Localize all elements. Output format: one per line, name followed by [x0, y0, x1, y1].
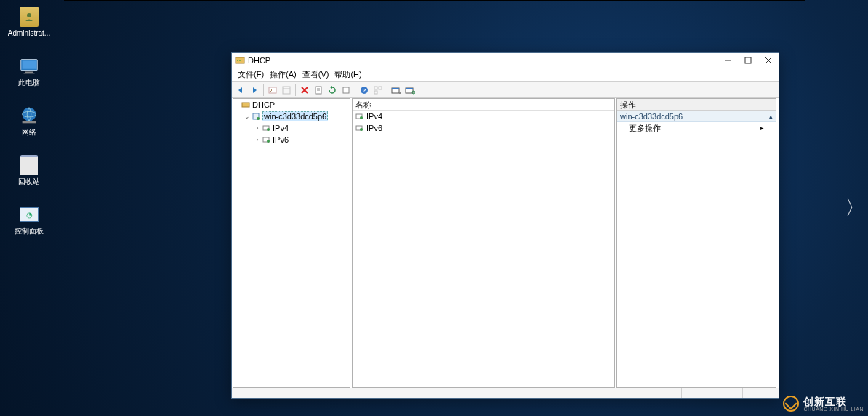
desktop-icon-controlpanel[interactable]: ◔ 控制面板 [0, 202, 58, 236]
dhcp-window: DHCP 文件(F) 操作(A) 查看(V) 帮助(H) ? [231, 52, 779, 399]
menu-help[interactable]: 帮助(H) [331, 68, 364, 81]
svg-rect-4 [24, 73, 35, 73]
network-icon [17, 103, 41, 128]
toolbar-separator [295, 84, 296, 96]
ipv6-icon [261, 135, 271, 145]
window-title: DHCP [248, 56, 270, 65]
scope-button-2[interactable] [403, 84, 417, 97]
menu-action[interactable]: 操作(A) [267, 68, 300, 81]
toolbar-separator [387, 84, 387, 96]
ipv4-icon [261, 123, 271, 133]
svg-point-0 [27, 13, 31, 17]
content-area: DHCP ⌄ win-c3d33dcd5p6 › IPv4 › IPv6 名称 [232, 98, 779, 388]
watermark-subtitle: CHUANG XIN HU LIAN [803, 407, 864, 412]
delete-button[interactable] [298, 84, 311, 97]
control-panel-icon: ◔ [17, 202, 41, 227]
svg-point-45 [360, 128, 363, 131]
tree-panel[interactable]: DHCP ⌄ win-c3d33dcd5p6 › IPv4 › IPv6 [233, 98, 350, 388]
svg-rect-28 [374, 91, 377, 94]
desktop-icon-label: 此电脑 [18, 79, 40, 87]
toolbar: ? [232, 82, 779, 98]
desktop-icon-network[interactable]: 网络 [0, 103, 58, 137]
chevron-right-icon: ▸ [760, 124, 764, 132]
list-panel[interactable]: 名称 IPv4 IPv6 [352, 98, 615, 388]
titlebar[interactable]: DHCP [232, 53, 779, 68]
desktop-icon-recyclebin[interactable]: 回收站 [0, 153, 58, 186]
dhcp-app-icon [235, 55, 245, 65]
scope-button-1[interactable] [390, 84, 403, 97]
svg-point-41 [267, 140, 270, 143]
watermark-title: 创新互联 [803, 396, 864, 407]
svg-rect-16 [283, 87, 290, 94]
actions-group[interactable]: win-c3d33dcd5p6 ▴ [617, 111, 776, 122]
actions-header: 操作 [617, 99, 776, 111]
recycle-bin-icon [17, 153, 41, 177]
tree-node-server[interactable]: ⌄ win-c3d33dcd5p6 [233, 111, 350, 122]
server-icon [251, 111, 261, 121]
actions-more[interactable]: 更多操作 ▸ [617, 122, 776, 134]
svg-point-5 [23, 108, 36, 121]
minimize-button[interactable] [718, 53, 738, 68]
watermark-logo-icon [783, 396, 799, 412]
tree-node-dhcp[interactable]: DHCP [233, 99, 350, 111]
tree-node-label: IPv4 [273, 124, 289, 132]
computer-icon [17, 54, 41, 79]
statusbar [232, 388, 779, 398]
properties-button[interactable] [312, 84, 325, 97]
top-black-bar [64, 0, 805, 1]
tree-node-ipv4[interactable]: › IPv4 [233, 122, 350, 134]
tree-node-label: win-c3d33dcd5p6 [262, 111, 328, 121]
svg-point-43 [360, 116, 363, 119]
maximize-button[interactable] [738, 53, 758, 68]
svg-rect-27 [379, 87, 382, 89]
refresh-button[interactable] [326, 84, 339, 97]
ipv4-icon [354, 111, 364, 121]
statusbar-cell [682, 388, 742, 398]
svg-rect-33 [406, 88, 413, 89]
actions-group-label: win-c3d33dcd5p6 [620, 112, 683, 121]
expand-icon[interactable]: › [254, 136, 261, 143]
tree-node-label: IPv6 [273, 135, 289, 144]
forward-button[interactable] [248, 84, 261, 97]
tile-button [371, 84, 385, 97]
svg-rect-31 [399, 92, 401, 94]
list-header[interactable]: 名称 [353, 99, 614, 111]
desktop-icon-label: Administrat... [8, 29, 50, 38]
close-button[interactable] [758, 53, 779, 68]
svg-text:?: ? [363, 87, 366, 94]
chevron-up-icon[interactable]: ▴ [769, 113, 773, 120]
svg-rect-7 [23, 121, 36, 124]
list-row-ipv4[interactable]: IPv4 [353, 111, 614, 122]
column-name[interactable]: 名称 [355, 100, 371, 109]
menu-view[interactable]: 查看(V) [300, 68, 332, 81]
actions-panel: 操作 win-c3d33dcd5p6 ▴ 更多操作 ▸ [616, 98, 776, 388]
list-item-label: IPv6 [366, 124, 382, 132]
add-button[interactable] [266, 84, 279, 97]
tree-node-ipv6[interactable]: › IPv6 [233, 134, 350, 145]
svg-rect-3 [25, 72, 33, 73]
export-button[interactable] [339, 84, 353, 97]
expand-icon[interactable]: › [254, 124, 261, 132]
ipv6-icon [354, 123, 364, 133]
tree-node-label: DHCP [252, 100, 275, 109]
desktop-icon-thispc[interactable]: 此电脑 [0, 54, 58, 87]
svg-rect-30 [392, 88, 399, 89]
help-button[interactable]: ? [358, 84, 371, 97]
svg-point-9 [237, 60, 238, 61]
back-button[interactable] [234, 84, 247, 97]
svg-point-10 [239, 60, 241, 61]
svg-rect-26 [374, 87, 377, 89]
svg-rect-35 [242, 103, 249, 107]
lightbox-next-arrow[interactable]: 〉 [845, 194, 865, 222]
toolbar-separator [355, 84, 355, 96]
collapse-icon[interactable]: ⌄ [244, 113, 251, 120]
svg-point-39 [267, 128, 270, 131]
menubar: 文件(F) 操作(A) 查看(V) 帮助(H) [232, 68, 779, 82]
desktop-icon-administrator[interactable]: Administrat... [0, 4, 58, 38]
user-folder-icon [17, 4, 41, 29]
desktop: Administrat... 此电脑 网络 回收站 ◔ 控制面板 [0, 1, 65, 236]
toolbar-separator [263, 84, 264, 96]
menu-file[interactable]: 文件(F) [235, 68, 267, 81]
list-row-ipv6[interactable]: IPv6 [353, 122, 614, 134]
statusbar-cell [743, 388, 779, 398]
